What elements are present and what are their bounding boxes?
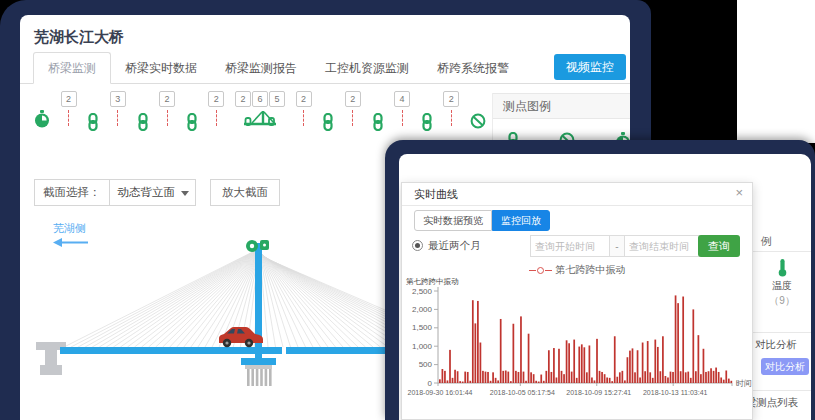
chevron-down-icon	[181, 191, 189, 196]
sensor-count-badge: 5	[269, 91, 285, 107]
main-tab-2[interactable]: 桥梁实时数据	[111, 53, 211, 83]
dialog-header: 实时曲线 ×	[402, 183, 752, 206]
link-sensor-icon[interactable]	[137, 113, 149, 131]
dialog-tab-bar: 实时数据预览监控回放	[414, 210, 550, 231]
svg-text:时间: 时间	[736, 379, 752, 388]
front-window: 例 温度 （9） 对比分析 对比分析 桥梁测点列表 实时曲线	[399, 154, 811, 420]
svg-text:500: 500	[419, 360, 433, 369]
enlarge-section-button[interactable]: 放大截面	[210, 179, 280, 206]
link-sensor-icon[interactable]	[186, 113, 198, 131]
sensor-dash-line	[451, 110, 452, 126]
query-button[interactable]: 查询	[698, 235, 740, 257]
main-tab-3[interactable]: 桥梁监测报告	[211, 53, 311, 83]
svg-text:2,500: 2,500	[412, 287, 433, 296]
sensor-point[interactable]: 2	[208, 91, 224, 126]
sensor-point[interactable]: 2	[159, 91, 175, 126]
section-controls: 截面选择： 动态背立面 放大截面	[34, 179, 280, 206]
sensor-point[interactable]: 2	[296, 91, 312, 126]
legend-header-partial: 例	[761, 234, 772, 249]
legend-line-icon	[545, 270, 552, 271]
svg-text:1,000: 1,000	[412, 342, 433, 351]
link-sensor-icon[interactable]	[322, 113, 334, 131]
page-title: 芜湖长江大桥	[34, 28, 124, 47]
link-sensor-icon[interactable]	[372, 113, 384, 131]
main-tab-4[interactable]: 工控机资源监测	[311, 53, 423, 83]
sensor-dash-line	[303, 110, 304, 126]
video-monitor-button[interactable]: 视频监控	[554, 54, 626, 80]
link-sensor-icon[interactable]	[87, 113, 99, 131]
sensor-count-badge: 2	[296, 91, 312, 107]
sensor-dash-line	[117, 110, 118, 126]
deck-joint	[282, 347, 286, 354]
arrow-left-icon	[53, 238, 89, 247]
svg-text:1,500: 1,500	[412, 323, 433, 332]
svg-text:2018-10-13 11:03:41: 2018-10-13 11:03:41	[643, 389, 708, 396]
recent-two-months-radio[interactable]	[412, 240, 423, 251]
sensor-point[interactable]: 2	[443, 91, 459, 126]
front-window-frame: 例 温度 （9） 对比分析 对比分析 桥梁测点列表 实时曲线	[385, 140, 815, 420]
sensor-point[interactable]: 3	[110, 91, 126, 126]
bridge-sensor-icon	[243, 109, 277, 127]
section-select-value: 动态背立面	[118, 186, 176, 198]
temperature-count: （9）	[759, 294, 805, 308]
sensor-count-badge: 2	[345, 91, 361, 107]
gauge-sensor-icon[interactable]	[34, 110, 50, 128]
sensor-count-badge: 2	[443, 91, 459, 107]
compare-analysis-button[interactable]: 对比分析	[761, 358, 809, 375]
compare-section-title: 对比分析	[755, 338, 797, 352]
sensor-dash-line	[167, 110, 168, 126]
realtime-curve-dialog: 实时曲线 × 实时数据预览监控回放 最近两个月 - 查询	[401, 182, 753, 420]
svg-text:2018-10-05 05:17:54: 2018-10-05 05:17:54	[490, 389, 555, 396]
sensor-count-badge: 3	[110, 91, 126, 107]
section-select[interactable]: 动态背立面	[110, 179, 197, 206]
ban-sensor-icon[interactable]	[470, 113, 486, 129]
section-select-label: 截面选择：	[34, 179, 110, 206]
sensor-dash-line	[216, 110, 217, 126]
svg-text:2,000: 2,000	[412, 305, 433, 314]
sensor-count-badge: 6	[252, 91, 268, 107]
dialog-tab-2[interactable]: 监控回放	[492, 210, 550, 231]
white-background-strip	[736, 0, 815, 143]
link-sensor-icon[interactable]	[421, 113, 433, 131]
bridge-pier	[36, 342, 66, 375]
thermometer-icon	[777, 268, 788, 279]
close-icon[interactable]: ×	[735, 185, 743, 200]
sensor-count-badge: 2	[208, 91, 224, 107]
sensor-point[interactable]: 2	[61, 91, 77, 126]
query-start-time-input[interactable]	[530, 235, 610, 257]
sensor-dash-line	[68, 110, 69, 126]
range-separator: -	[610, 235, 624, 257]
recent-two-months-label: 最近两个月	[428, 239, 481, 253]
temperature-label: 温度	[759, 279, 805, 293]
tower-foundation	[241, 358, 276, 386]
vibration-chart: 第七跨跨中振动05001,0001,5002,0002,5002018-09-3…	[402, 275, 754, 413]
sensor-count-badge: 2	[61, 91, 77, 107]
sensor-count-badge: 4	[394, 91, 410, 107]
svg-text:0: 0	[428, 379, 433, 388]
svg-text:2018-10-09 15:27:41: 2018-10-09 15:27:41	[566, 389, 631, 396]
sensor-group[interactable]: 265	[235, 91, 285, 127]
direction-label: 芜湖侧	[53, 221, 89, 247]
svg-text:2018-09-30 16:01:44: 2018-09-30 16:01:44	[408, 389, 473, 396]
sensor-dash-line	[402, 110, 403, 126]
sensor-point[interactable]: 2	[345, 91, 361, 126]
sensor-count-badge: 2	[235, 91, 251, 107]
main-tab-bar: 桥梁监测桥梁实时数据桥梁监测报告工控机资源监测桥跨系统报警	[20, 55, 630, 84]
black-background-area	[651, 0, 736, 145]
dialog-tab-1[interactable]: 实时数据预览	[414, 210, 492, 231]
sensor-dash-line	[352, 110, 353, 126]
legend-panel-title: 测点图例	[493, 93, 630, 119]
legend-dot-icon	[537, 267, 544, 274]
screen: 芜湖长江大桥 桥梁监测桥梁实时数据桥梁监测报告工控机资源监测桥跨系统报警 视频监…	[0, 0, 815, 420]
main-tab-1[interactable]: 桥梁监测	[33, 52, 111, 84]
dialog-title: 实时曲线	[414, 187, 458, 202]
main-tab-5[interactable]: 桥跨系统报警	[423, 53, 523, 83]
sensor-point[interactable]: 4	[394, 91, 410, 126]
sensor-count-badge: 2	[159, 91, 175, 107]
query-end-time-input[interactable]	[624, 235, 704, 257]
legend-line-icon	[529, 270, 536, 271]
query-row: 最近两个月 - 查询	[412, 235, 746, 257]
temperature-legend-item[interactable]: 温度 （9）	[759, 258, 805, 308]
svg-text:第七跨跨中振动: 第七跨跨中振动	[406, 277, 459, 286]
